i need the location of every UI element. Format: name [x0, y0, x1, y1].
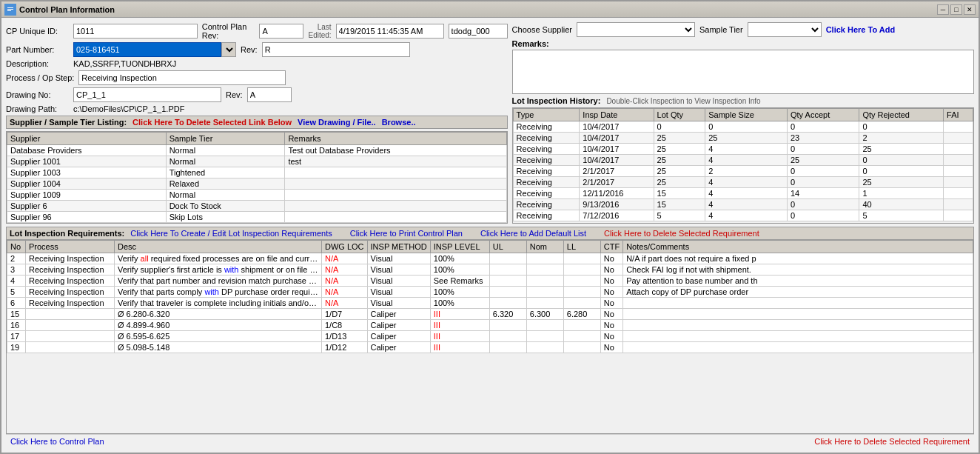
qty-rejected-cell: 0	[859, 121, 944, 133]
insp-level-cell: 100%	[430, 287, 489, 298]
qty-rejected-cell: 2	[859, 133, 944, 144]
insp-level-value: III	[434, 343, 440, 352]
process-cell	[26, 309, 115, 320]
drawing-rev-input[interactable]	[247, 87, 292, 102]
remarks-cell	[285, 167, 506, 178]
lot-history-row[interactable]: Receiving 7/12/2016 5 4 0 5	[513, 210, 973, 221]
dwg-loc-cell: 1/D12	[322, 342, 368, 353]
requirement-row[interactable]: 2 Receiving Inspection Verify all requir…	[7, 253, 973, 264]
lot-history-row[interactable]: Receiving 10/4/2017 25 4 0 25	[513, 144, 973, 155]
requirement-row[interactable]: 15 Ø 6.280-6.320 1/D7 Caliper III 6.320 …	[7, 309, 973, 320]
type-col-header: Type	[513, 109, 580, 121]
supplier-cell: Supplier 1009	[7, 190, 167, 201]
lot-qty-cell: 15	[654, 199, 705, 210]
lot-history-link[interactable]: Double-Click Inspection to View Inspecti…	[606, 97, 760, 105]
dwg-loc-cell: 1/D7	[322, 309, 368, 320]
nom-cell	[526, 298, 563, 309]
cp-unique-id-label: CP Unique ID:	[6, 27, 69, 36]
create-edit-link[interactable]: Click Here To Create / Edit Lot Inspecti…	[130, 229, 332, 238]
qty-accept-cell: 25	[788, 155, 859, 166]
supplier-row[interactable]: Supplier 1003 Tightened	[7, 167, 507, 178]
supplier-row[interactable]: Supplier 1001 Normal test	[7, 156, 507, 167]
process-input[interactable]	[78, 70, 286, 85]
insp-method-cell: Visual	[367, 253, 430, 264]
supplier-row[interactable]: Database Providers Normal Test out Datab…	[7, 145, 507, 156]
close-button[interactable]: ✕	[964, 4, 976, 15]
ul-col-header: UL	[489, 241, 526, 253]
delete-req-link-bottom[interactable]: Click Here to Delete Selected Requiremen…	[814, 437, 970, 446]
process-cell	[26, 320, 115, 331]
requirement-row[interactable]: 19 Ø 5.098-5.148 1/D12 Caliper III No	[7, 342, 973, 353]
sample-tier-select[interactable]	[748, 22, 822, 37]
drawing-no-label: Drawing No:	[6, 90, 69, 99]
control-plan-rev-input[interactable]	[259, 24, 303, 39]
ul-cell	[489, 320, 526, 331]
lot-history-row[interactable]: Receiving 2/1/2017 25 4 0 25	[513, 177, 973, 188]
requirement-row[interactable]: 5 Receiving Inspection Verify that parts…	[7, 287, 973, 298]
lot-qty-cell: 25	[654, 166, 705, 177]
qty-rejected-cell: 25	[859, 177, 944, 188]
remarks-cell: test	[285, 156, 506, 167]
dwg-loc-cell: 1/C8	[322, 320, 368, 331]
add-button[interactable]: Click Here To Add	[826, 25, 896, 34]
view-drawing-link[interactable]: View Drawing / File..	[298, 118, 376, 127]
sample-tier-col-header: Sample Tier	[166, 133, 285, 145]
insp-method-cell: Caliper	[367, 342, 430, 353]
cp-unique-id-input[interactable]	[73, 24, 198, 39]
control-plan-link[interactable]: Click Here to Control Plan	[10, 437, 104, 446]
insp-level-cell: 100%	[430, 264, 489, 276]
requirement-row[interactable]: 4 Receiving Inspection Verify that part …	[7, 276, 973, 287]
part-number-input[interactable]	[73, 42, 221, 57]
supplier-row[interactable]: Supplier 1009 Normal	[7, 190, 507, 201]
delete-link-below[interactable]: Click Here To Delete Selected Link Below	[132, 118, 292, 127]
lot-history-row[interactable]: Receiving 12/11/2016 15 4 14 1	[513, 188, 973, 199]
supplier-row[interactable]: Supplier 96 Skip Lots	[7, 212, 507, 223]
requirement-row[interactable]: 17 Ø 6.595-6.625 1/D13 Caliper III No	[7, 331, 973, 342]
ul-cell	[489, 298, 526, 309]
remarks-cell: Test out Database Providers	[285, 145, 506, 156]
part-number-dropdown[interactable]	[221, 42, 236, 57]
ll-cell	[563, 276, 600, 287]
nom-cell	[526, 253, 563, 264]
insp-date-cell: 10/4/2017	[580, 155, 654, 166]
insp-method-cell: Visual	[367, 264, 430, 276]
minimize-button[interactable]: ─	[937, 4, 949, 15]
lot-history-row[interactable]: Receiving 9/13/2016 15 4 0 40	[513, 199, 973, 210]
lot-history-row[interactable]: Receiving 2/1/2017 25 2 0 0	[513, 166, 973, 177]
ll-cell	[563, 320, 600, 331]
rev-input[interactable]	[262, 42, 410, 57]
nom-cell	[526, 320, 563, 331]
drawing-no-input[interactable]	[73, 87, 221, 102]
notes-cell	[623, 320, 973, 331]
insp-level-col-header: INSP LEVEL	[430, 241, 489, 253]
requirement-row[interactable]: 16 Ø 4.899-4.960 1/C8 Caliper III No	[7, 320, 973, 331]
sample-size-col-header: Sample Size	[705, 109, 788, 121]
browse-link[interactable]: Browse..	[382, 118, 416, 127]
ll-cell: 6.280	[563, 309, 600, 320]
insp-level-cell: III	[430, 331, 489, 342]
ctf-cell: No	[600, 264, 622, 276]
lot-history-row[interactable]: Receiving 10/4/2017 25 4 25 0	[513, 155, 973, 166]
maximize-button[interactable]: □	[950, 4, 962, 15]
lot-qty-cell: 25	[654, 177, 705, 188]
delete-req-link[interactable]: Click Here to Delete Selected Requiremen…	[604, 229, 759, 238]
remarks-box[interactable]	[512, 50, 974, 94]
qty-accept-cell: 0	[788, 166, 859, 177]
no-cell: 2	[7, 253, 26, 264]
choose-supplier-select[interactable]	[577, 22, 695, 37]
sample-tier-cell: Normal	[166, 190, 285, 201]
supplier-col-header: Supplier	[7, 133, 167, 145]
print-link[interactable]: Click Here to Print Control Plan	[350, 229, 463, 238]
lot-history-row[interactable]: Receiving 10/4/2017 25 25 23 2	[513, 133, 973, 144]
insp-date-cell: 9/13/2016	[580, 199, 654, 210]
requirement-row[interactable]: 6 Receiving Inspection Verify that trave…	[7, 298, 973, 309]
cp-id-row: CP Unique ID: Control Plan Rev: Last Edi…	[6, 22, 508, 40]
add-default-link[interactable]: Click Here to Add Default List	[480, 229, 586, 238]
requirement-row[interactable]: 3 Receiving Inspection Verify supplier's…	[7, 264, 973, 276]
supplier-row[interactable]: Supplier 6 Dock To Stock	[7, 201, 507, 212]
insp-method-cell: Visual	[367, 298, 430, 309]
type-cell: Receiving	[513, 144, 580, 155]
supplier-row[interactable]: Supplier 1004 Relaxed	[7, 178, 507, 190]
lot-history-row[interactable]: Receiving 10/4/2017 0 0 0 0	[513, 121, 973, 133]
ul-cell: 6.320	[489, 309, 526, 320]
